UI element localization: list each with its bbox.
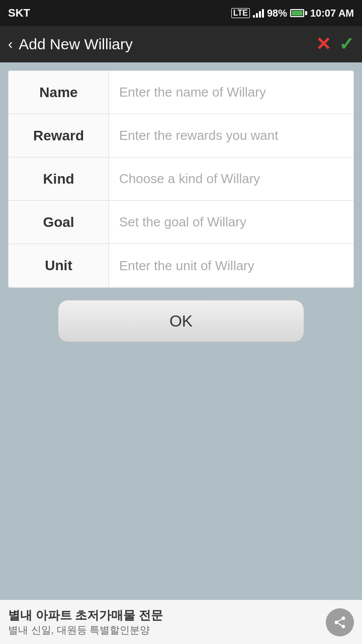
unit-input[interactable] <box>119 258 343 274</box>
ad-title: 별내 아파트 초저가매물 전문 <box>8 607 163 623</box>
form-input-area-kind <box>109 157 353 200</box>
cancel-button[interactable]: ✕ <box>316 34 331 55</box>
kind-input[interactable] <box>119 171 343 187</box>
title-bar: ‹ Add New Williary ✕ ✓ <box>0 26 362 62</box>
reward-input[interactable] <box>119 128 343 143</box>
name-input[interactable] <box>119 85 343 100</box>
ad-subtitle: 별내 신일, 대원등 특별할인분양 <box>8 623 163 637</box>
back-button[interactable]: ‹ <box>8 36 13 52</box>
form-label-kind: Kind <box>9 157 109 200</box>
goal-input[interactable] <box>119 214 343 230</box>
form-input-area-goal <box>109 201 353 244</box>
lte-icon: LTE <box>231 8 250 18</box>
confirm-button[interactable]: ✓ <box>339 34 354 55</box>
form-label-name: Name <box>9 71 109 114</box>
form-row-goal: Goal <box>9 201 353 244</box>
form-input-area-unit <box>109 244 353 287</box>
ad-share-button[interactable] <box>326 608 354 636</box>
form-row-reward: Reward <box>9 114 353 157</box>
form-row-name: Name <box>9 71 353 114</box>
battery-icon <box>290 9 307 17</box>
bottom-ad: 별내 아파트 초저가매물 전문 별내 신일, 대원등 특별할인분양 <box>0 600 362 644</box>
page-title: Add New Williary <box>19 36 316 53</box>
status-bar-right: LTE 98% 10:07 AM <box>231 8 354 19</box>
title-actions: ✕ ✓ <box>316 34 354 55</box>
signal-icon <box>253 9 264 18</box>
time-display: 10:07 AM <box>310 8 354 19</box>
battery-percent: 98% <box>267 8 287 19</box>
status-bar: SKT LTE 98% 10:07 AM <box>0 0 362 26</box>
carrier-label: SKT <box>8 7 30 20</box>
form-table: NameRewardKindGoalUnit <box>8 70 354 288</box>
ok-button[interactable]: OK <box>58 300 304 342</box>
form-label-unit: Unit <box>9 244 109 287</box>
main-content: NameRewardKindGoalUnit OK <box>0 62 362 600</box>
form-row-unit: Unit <box>9 244 353 287</box>
form-input-area-reward <box>109 114 353 157</box>
form-label-goal: Goal <box>9 201 109 244</box>
ad-text-block: 별내 아파트 초저가매물 전문 별내 신일, 대원등 특별할인분양 <box>8 607 163 637</box>
form-input-area-name <box>109 71 353 114</box>
form-row-kind: Kind <box>9 157 353 201</box>
form-label-reward: Reward <box>9 114 109 157</box>
